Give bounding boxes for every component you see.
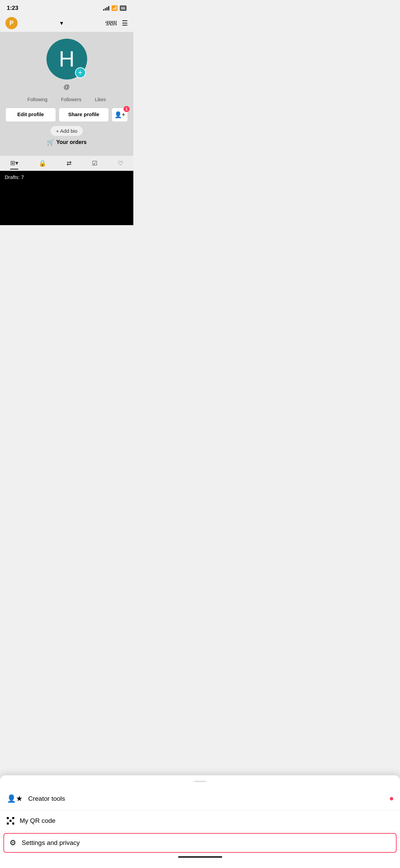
- hamburger-menu-icon[interactable]: ☰: [122, 19, 128, 27]
- battery-icon: 66: [120, 5, 127, 11]
- heart-icon: ♡: [118, 160, 123, 167]
- action-buttons: Edit profile Share profile 👤+ 1: [5, 108, 128, 122]
- follow-badge: 1: [123, 106, 130, 112]
- tab-lock[interactable]: 🔒: [39, 160, 46, 169]
- profile-background: H + @ Following Followers Likes Edit pro…: [0, 32, 133, 225]
- your-orders-button[interactable]: 🛒 Your orders: [47, 139, 87, 146]
- header-bar: P ▾ 𝔐𝔐 ☰: [0, 14, 133, 32]
- profile-avatar-wrapper: H +: [46, 39, 87, 79]
- status-time: 1:23: [7, 5, 18, 12]
- followers-stat[interactable]: Followers: [61, 96, 81, 102]
- share-profile-button[interactable]: Share profile: [59, 108, 109, 122]
- cart-icon: 🛒: [47, 139, 54, 146]
- tag-icon: ☑: [92, 160, 97, 167]
- grid-icon: ⊞▾: [10, 159, 18, 167]
- drafts-label: Drafts: 7: [5, 174, 24, 180]
- status-bar: 1:23 📶 66: [0, 0, 133, 14]
- add-friends-button[interactable]: 👤+ 1: [112, 108, 128, 122]
- likes-stat[interactable]: Likes: [95, 96, 106, 102]
- add-photo-button[interactable]: +: [75, 67, 86, 78]
- edit-profile-button[interactable]: Edit profile: [5, 108, 56, 122]
- content-tab-bar: ⊞▾ 🔒 ⇄ ☑ ♡: [0, 156, 133, 171]
- tab-grid[interactable]: ⊞▾: [10, 159, 18, 169]
- followers-label: Followers: [61, 97, 81, 102]
- dropdown-icon[interactable]: ▾: [60, 19, 63, 27]
- profile-username: @: [63, 84, 70, 91]
- likes-label: Likes: [95, 97, 106, 102]
- following-stat[interactable]: Following: [27, 96, 47, 102]
- profile-section: H + @ Following Followers Likes Edit pro…: [0, 32, 133, 156]
- stats-row: Following Followers Likes: [5, 96, 128, 102]
- following-label: Following: [27, 97, 47, 102]
- tab-tag[interactable]: ☑: [92, 160, 97, 169]
- tab-liked[interactable]: ♡: [118, 160, 123, 169]
- qr-glasses-icon[interactable]: 𝔐𝔐: [106, 19, 116, 27]
- lock-icon: 🔒: [39, 160, 46, 167]
- signal-icon: [103, 6, 109, 11]
- tab-repost[interactable]: ⇄: [66, 160, 72, 169]
- header-right-icons: 𝔐𝔐 ☰: [106, 19, 128, 27]
- header-avatar[interactable]: P: [5, 17, 18, 29]
- wifi-icon: 📶: [111, 5, 118, 11]
- content-area: Drafts: 7: [0, 171, 133, 225]
- add-bio-button[interactable]: + Add bio: [51, 126, 83, 136]
- status-icons: 📶 66: [103, 5, 127, 11]
- add-person-icon: 👤+: [114, 111, 126, 119]
- repost-icon: ⇄: [66, 160, 72, 167]
